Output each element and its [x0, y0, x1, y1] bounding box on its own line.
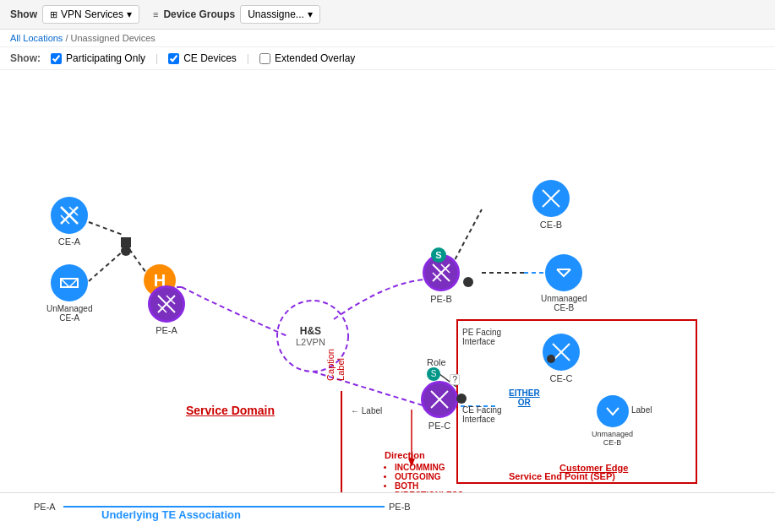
unmanaged-cea-node[interactable]: UnManagedCE-A — [46, 264, 92, 323]
caption-label-container: CaptionLabel — [325, 349, 346, 381]
svg-line-0 — [89, 222, 123, 235]
dot-pe-facing — [547, 355, 555, 363]
label-pec: ← Label — [351, 406, 382, 415]
svg-line-21 — [61, 279, 69, 287]
svg-line-22 — [69, 279, 78, 287]
extended-overlay-label: Extended Overlay — [275, 52, 355, 64]
ce-devices-input[interactable] — [168, 53, 179, 64]
label-ceb-box: Label — [631, 405, 652, 415]
hs-label: H&S — [296, 325, 325, 337]
pe-a-label: PE-A — [156, 325, 177, 335]
pipe-1: | — [156, 52, 158, 64]
dot-cea2 — [121, 246, 131, 256]
ce-devices-label: CE Devices — [183, 52, 237, 64]
show-bar-label: Show: — [10, 52, 41, 64]
pipe-2: | — [247, 52, 249, 64]
unmanaged-ceb-box-label: UnmanagedCE-B — [592, 430, 633, 447]
ce-facing-label: CE FacingInterface — [462, 405, 502, 424]
participating-only-label: Participating Only — [66, 52, 145, 64]
direction-container: Direction INCOMMING OUTGOING BOTH DIRECT… — [385, 450, 463, 492]
extended-overlay-input[interactable] — [259, 53, 270, 64]
pe-c-icon — [421, 381, 458, 418]
all-locations-link[interactable]: All Locations — [10, 33, 63, 43]
ce-b-top-icon — [532, 180, 570, 217]
ce-a-icon — [51, 197, 88, 234]
unmanaged-ceb-right-label: UnmanagedCE-B — [541, 294, 587, 312]
unmanaged-ceb-box-node[interactable]: UnmanagedCE-B — [592, 395, 633, 447]
direction-incomming: INCOMMING — [395, 463, 463, 472]
breadcrumb-separator: / — [63, 33, 70, 43]
unmanaged-cea-label: UnManagedCE-A — [46, 304, 92, 323]
ce-b-top-node[interactable]: CE-B — [532, 180, 570, 230]
unmanaged-ceb-box-icon — [597, 395, 629, 427]
pe-b-node[interactable]: S PE-B — [423, 254, 460, 304]
role-text: Role — [427, 357, 446, 367]
sep-label: Service End Point (SEP) — [509, 471, 615, 481]
pe-a-node[interactable]: PE-A — [148, 285, 185, 335]
sep-box: CE-C PE FacingInterface EITHEROR Unmanag… — [456, 319, 697, 484]
dot-pec — [456, 394, 467, 404]
bottom-legend: PE-A PE-B Underlying TE Association PE-B… — [0, 492, 775, 532]
ce-c-label: CE-C — [550, 373, 573, 383]
pe-c-question: ? — [450, 374, 460, 385]
pe-b-s-badge: S — [431, 247, 446, 263]
vpn-chevron-icon[interactable]: ▾ — [127, 8, 132, 20]
svg-line-1 — [89, 252, 123, 281]
device-groups-dropdown[interactable]: Unassigne... ▾ — [240, 5, 320, 24]
direction-both: BOTH — [395, 481, 463, 491]
direction-outgoing: OUTGOING — [395, 472, 463, 481]
pe-c-label: PE-C — [428, 421, 450, 431]
svg-rect-20 — [61, 279, 78, 287]
caption-label-text: CaptionLabel — [325, 349, 346, 381]
pe-c-node[interactable]: ? PE-C — [421, 381, 458, 431]
device-groups-chevron-icon[interactable]: ▾ — [308, 8, 313, 20]
unmanaged-cea-icon — [51, 264, 88, 301]
either-or-link[interactable]: EITHEROR — [509, 388, 540, 407]
participating-only-input[interactable] — [51, 53, 62, 64]
show-section: Show ⊞ VPN Services ▾ — [10, 5, 139, 24]
pe-a-icon — [148, 285, 185, 323]
hs-label-container: H&S L2VPN — [296, 325, 325, 347]
l2vpn-label: L2VPN — [296, 337, 325, 347]
show-label: Show — [10, 8, 37, 20]
vpn-services-dropdown[interactable]: ⊞ VPN Services ▾ — [42, 5, 139, 24]
participating-only-checkbox[interactable]: Participating Only — [51, 52, 145, 64]
ce-b-top-label: CE-B — [540, 220, 562, 230]
extended-overlay-checkbox[interactable]: Extended Overlay — [259, 52, 355, 64]
device-groups-label: Device Groups — [163, 8, 235, 20]
pe-b-label: PE-B — [430, 294, 452, 304]
show-bar: Show: Participating Only | CE Devices | … — [0, 47, 775, 70]
vpn-services-label: VPN Services — [61, 8, 123, 20]
pe-facing-label: PE FacingInterface — [462, 328, 501, 346]
legend-pea-1: PE-A — [34, 502, 63, 512]
diagram-area: CE-A UnManagedCE-A H PE-A H&S L2VPN S PE… — [0, 70, 775, 492]
ce-c-icon — [543, 334, 580, 371]
unmanaged-ceb-right-node[interactable]: UnmanagedCE-B — [541, 254, 587, 312]
legend-peb-1: PE-B — [389, 502, 418, 512]
ce-a-node[interactable]: CE-A — [51, 197, 88, 247]
breadcrumb-current: Unassigned Devices — [71, 33, 156, 43]
breadcrumb: All Locations / Unassigned Devices — [0, 30, 775, 47]
unmanaged-ceb-right-icon — [545, 254, 582, 291]
device-groups-section: ≡ Device Groups Unassigne... ▾ — [153, 5, 320, 24]
role-s-badge: S — [427, 367, 440, 381]
te-association-label: Underlying TE Association — [101, 508, 241, 521]
device-groups-value: Unassigne... — [248, 8, 304, 20]
ce-devices-checkbox[interactable]: CE Devices — [168, 52, 237, 64]
role-label: Role S — [427, 357, 446, 381]
direction-label: Direction — [385, 450, 463, 460]
service-domain-label: Service Domain — [186, 404, 275, 417]
dot-peb — [463, 277, 473, 287]
ce-a-label: CE-A — [58, 236, 80, 247]
toolbar: Show ⊞ VPN Services ▾ ≡ Device Groups Un… — [0, 0, 775, 30]
